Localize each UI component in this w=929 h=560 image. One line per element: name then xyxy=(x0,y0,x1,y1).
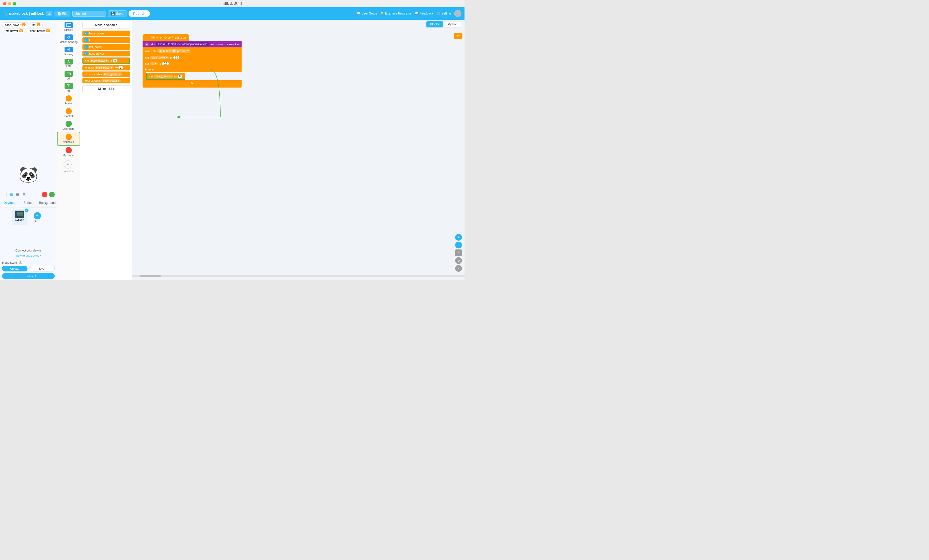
block-right-power[interactable]: ✓ right_power xyxy=(83,51,130,57)
category-lan[interactable]: LAN xyxy=(57,57,80,69)
center-view-button[interactable]: ⊙ xyxy=(455,257,462,264)
header-cloud-button[interactable]: ☁ xyxy=(46,11,52,16)
avatar[interactable] xyxy=(454,10,461,17)
category-operators[interactable]: Operators xyxy=(57,119,80,132)
close-window-button[interactable] xyxy=(3,2,6,5)
list-view-button[interactable]: ☰ xyxy=(15,192,20,197)
hat-block[interactable]: ■ when CyberPi starts up xyxy=(143,34,189,41)
svg-point-16 xyxy=(67,73,68,74)
wait-block[interactable]: wait until ■ button B pressed? xyxy=(143,47,242,55)
make-variable-button[interactable]: Make a Variable xyxy=(83,22,130,29)
grid-large-view-button[interactable]: ⊞ xyxy=(22,192,26,197)
button-var-value[interactable]: B xyxy=(172,49,176,53)
live-mode-button[interactable]: Live xyxy=(29,266,55,271)
stop-button[interactable] xyxy=(42,192,48,197)
upload-mode-button[interactable]: Upload xyxy=(2,266,28,271)
tab-devices[interactable]: Devices xyxy=(0,199,19,207)
set1-value[interactable]: 30 xyxy=(173,56,179,59)
category-lan-label: LAN xyxy=(66,65,71,68)
minimize-window-button[interactable] xyxy=(8,2,11,5)
example-programs-link[interactable]: 💡 Example Programs xyxy=(380,12,412,15)
set-base-power-0-block[interactable]: set base_power ▾ to 0 xyxy=(146,73,185,80)
set-base-power-block[interactable]: set base_power ▾ to 30 xyxy=(143,55,242,61)
var-checkbox-kp[interactable]: ✓ xyxy=(84,38,88,42)
expand-view-button[interactable]: ⛶ xyxy=(2,192,7,197)
category-events[interactable]: Events xyxy=(57,94,80,106)
motion-icon xyxy=(64,34,73,40)
device-name: CyberPi xyxy=(15,218,25,221)
feedback-link[interactable]: 💬 Feedback xyxy=(415,12,434,15)
category-events-label: Events xyxy=(64,102,72,105)
category-display[interactable]: Display xyxy=(57,21,80,33)
category-motion-sensing[interactable]: Motion Sensing xyxy=(57,33,80,45)
file-icon: 📄 xyxy=(57,12,61,15)
blocks-panel: Make a Variable ✓ base_power ✓ kp ✓ left… xyxy=(80,20,132,280)
tab-sprites[interactable]: Sprites xyxy=(19,199,38,207)
forever-bottom xyxy=(143,86,242,87)
svg-point-5 xyxy=(67,36,70,38)
devices-list: ✕ CyberPi + Add xyxy=(12,210,45,225)
grid-small-view-button[interactable]: ▦ xyxy=(9,192,14,197)
zoom-in-button[interactable]: + xyxy=(455,234,462,241)
how-to-use-link[interactable]: How to use device? xyxy=(16,254,41,257)
maximize-window-button[interactable] xyxy=(13,2,16,5)
lan-icon xyxy=(64,59,73,64)
button-condition: ■ button B pressed? xyxy=(157,49,191,54)
zoom-reset-button[interactable]: = xyxy=(455,249,462,256)
file-menu-button[interactable]: 📄 File xyxy=(54,11,70,17)
set3-var: base_power ▾ xyxy=(154,75,173,78)
set2-value[interactable]: 0.5 xyxy=(162,62,169,65)
user-guide-link[interactable]: 📖 User Guide xyxy=(356,12,377,15)
add-icon: + xyxy=(34,212,41,219)
forever-body: set base_power ▾ to 0 xyxy=(143,72,242,80)
set3-value[interactable]: 0 xyxy=(178,75,182,78)
project-title-input[interactable] xyxy=(72,11,106,17)
devices-content: ✕ CyberPi + Add xyxy=(0,208,57,248)
tab-python[interactable]: Python xyxy=(444,21,461,28)
device-cyberpi[interactable]: ✕ CyberPi xyxy=(12,210,28,225)
svg-point-18 xyxy=(68,86,69,87)
category-iot[interactable]: IoT xyxy=(57,82,80,94)
example-icon: 💡 xyxy=(380,12,384,15)
tab-blocks[interactable]: Blocks xyxy=(426,21,443,28)
save-button[interactable]: 💾 Save xyxy=(108,10,127,17)
make-list-button[interactable]: Make a List xyxy=(83,86,130,92)
var-checkbox-left-power[interactable]: ✓ xyxy=(84,45,88,49)
category-motion-label: Motion Sensing xyxy=(60,41,78,43)
category-variables[interactable]: Variables xyxy=(57,132,80,145)
print-block[interactable]: ■ print Press B to start line following … xyxy=(143,41,242,47)
category-ai[interactable]: AI xyxy=(57,69,80,82)
var-checkbox-right-power[interactable]: ✓ xyxy=(84,52,88,55)
fit-view-button[interactable]: ⌖ xyxy=(455,265,462,272)
forever-block[interactable]: forever xyxy=(143,67,242,72)
extension-label: extension xyxy=(63,170,74,173)
svg-point-13 xyxy=(67,63,67,63)
block-show-variable[interactable]: show variable base_power ▾ xyxy=(83,72,130,77)
go-button[interactable] xyxy=(49,192,55,197)
device-close-button[interactable]: ✕ xyxy=(25,208,29,212)
publish-button[interactable]: Publish xyxy=(129,10,150,17)
block-base-power[interactable]: ✓ base_power xyxy=(83,31,130,36)
category-sensing[interactable]: Sensing xyxy=(57,45,80,57)
horizontal-scrollbar[interactable] xyxy=(132,275,464,277)
category-control[interactable]: Control xyxy=(57,106,80,119)
block-hide-variable[interactable]: hide variable base_power ▾ xyxy=(83,78,130,83)
category-my-blocks[interactable]: My Blocks xyxy=(57,145,80,158)
block-left-power[interactable]: ✓ left_power xyxy=(83,44,130,50)
extension-button[interactable]: + xyxy=(63,160,72,168)
add-device-button[interactable]: + Add xyxy=(29,210,45,225)
var-checkbox-base-power[interactable]: ✓ xyxy=(84,32,88,35)
connect-device-button[interactable]: 🔗 Connect xyxy=(2,273,55,279)
loop-arrow: ↻ xyxy=(143,80,242,86)
zoom-out-button[interactable]: - xyxy=(455,242,462,248)
code-area: ■ when CyberPi starts up ■ print Press B… xyxy=(132,29,464,277)
category-sensing-label: Sensing xyxy=(64,53,73,56)
category-control-label: Control xyxy=(64,115,72,118)
block-set-variable[interactable]: set base_power ▾ to 0 xyxy=(83,58,130,64)
block-kp[interactable]: ✓ kp xyxy=(83,37,130,43)
block-change-variable[interactable]: change base_power ▾ by 1 xyxy=(83,65,130,70)
set-kp-block[interactable]: set kp ▾ to 0.5 xyxy=(143,61,242,67)
tab-background[interactable]: Background xyxy=(38,199,57,207)
print-text-value[interactable]: Press B to start line following and A to… xyxy=(156,42,210,46)
setting-link[interactable]: ⚙️ Setting xyxy=(437,12,451,15)
